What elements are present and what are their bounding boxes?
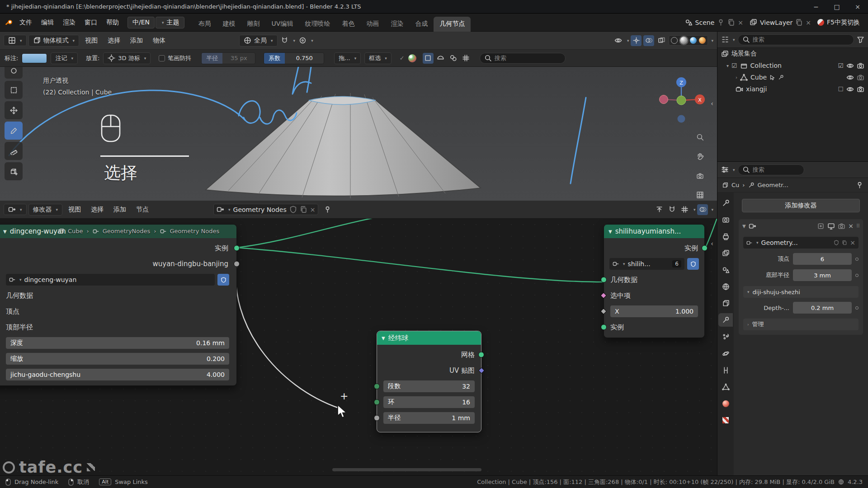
tool-search-box[interactable] [480,53,566,64]
render-checkbox[interactable]: ☑ [838,62,844,69]
unlink-button[interactable]: × [850,239,855,246]
outliner-editor-icon[interactable] [721,36,729,43]
language-button[interactable]: 中/EN [127,17,155,28]
material-preview-ball-icon[interactable] [408,54,416,62]
close-icon[interactable]: × [806,19,811,26]
move-tool-button[interactable] [5,101,23,119]
collapse-icon[interactable]: ▼ [3,229,7,234]
outliner-row-collection[interactable]: ▾ ☑ Collection ☑ [717,60,868,71]
proportional-dropdown[interactable]: ▾ [311,38,313,43]
gizmo-y-axis[interactable] [677,96,686,105]
snap-square-icon[interactable] [423,53,434,64]
pan-hand-button[interactable] [693,150,707,163]
socket-rings-in[interactable] [374,399,380,405]
grid-overlay-icon[interactable] [461,53,472,64]
filter-funnel-icon[interactable] [857,36,864,43]
socket-instance-out[interactable] [234,245,240,251]
collapse-icon[interactable]: ▼ [742,224,746,229]
camera-restrict-icon[interactable] [857,85,864,93]
pin-icon[interactable] [856,181,863,189]
menu-select[interactable]: 选择 [87,204,108,216]
add-cube-tool-button[interactable] [5,162,23,180]
eye-icon[interactable] [846,74,854,81]
tab-tool-icon[interactable] [718,196,733,210]
snap-magnet-button[interactable] [279,35,290,46]
node-header[interactable]: ▼ shilihuayumiansh... [604,225,704,238]
menu-view[interactable]: 视图 [81,35,102,47]
socket-radius-out[interactable] [234,261,240,267]
language-toggle-button[interactable]: F5中英切换 [815,17,863,28]
half-sphere-icon[interactable] [435,53,446,64]
sidebar-collapse-arrow[interactable]: ‹ [708,97,716,110]
tab-animation[interactable]: 动画 [360,17,385,32]
manage-subpanel-header[interactable]: › 管理 [743,319,859,330]
animate-dot-icon[interactable] [855,306,859,310]
menu-select[interactable]: 选择 [104,35,124,47]
menu-object[interactable]: 物体 [149,35,170,47]
select-mode-dropdown[interactable]: 框选 ▾ [364,52,392,64]
menu-render[interactable]: 渲染 [59,17,80,28]
animate-dot-icon[interactable] [855,258,859,261]
menu-view[interactable]: 视图 [64,204,85,216]
proportional-edit-button[interactable] [297,35,308,46]
radius-slider[interactable]: 半径 35 px [201,52,255,64]
socket-instance-out[interactable] [702,245,708,251]
maximize-button[interactable]: □ [826,0,847,13]
depth-value-field[interactable]: 0.2 mm [793,302,852,314]
render-toggle-icon[interactable] [838,222,845,230]
node-tree-selector[interactable]: ▾ Geometry Nodes × [213,204,318,215]
socket-geometry-in[interactable] [601,277,607,283]
bottom-radius-value-field[interactable]: 3 mm [793,269,852,281]
node-group-selector[interactable]: ▾ Geometry... × [743,237,859,249]
render-checkbox[interactable]: ☐ [838,85,844,93]
socket-mesh-out[interactable] [478,352,484,358]
overlay-options-dropdown[interactable]: ▾ [711,207,713,212]
collapse-icon[interactable]: ▼ [382,336,385,341]
properties-search-box[interactable] [738,164,804,175]
node-editor-canvas[interactable]: Cube › GeometryNodes › Geometry Nodes ▼ … [0,219,717,475]
node-tree-type-dropdown[interactable]: 修改器 ▾ [28,204,63,216]
outliner-row-cube[interactable]: › Cube [717,71,868,83]
tab-material-icon[interactable] [718,397,733,410]
realtime-toggle-icon[interactable] [827,222,835,230]
menu-edit[interactable]: 编辑 [37,17,58,28]
viewport-3d[interactable]: 用户透视 (22) Collection | Cube 选择 Z X [0,67,717,201]
tab-rendering[interactable]: 渲染 [385,17,409,32]
zoom-button[interactable] [693,130,707,144]
disclosure-icon[interactable]: › [736,75,737,80]
tab-render-icon[interactable] [718,213,733,226]
tab-layout[interactable]: 布局 [193,17,217,32]
blender-logo-icon[interactable] [4,17,14,28]
tab-world-icon[interactable] [718,280,733,293]
tab-modeling[interactable]: 建模 [217,17,241,32]
snap-magnet-button[interactable] [667,204,678,215]
tab-texture-icon[interactable] [718,413,733,427]
tab-shading[interactable]: 着色 [336,17,360,32]
snap-grid-button[interactable] [679,204,690,215]
grid-view-button[interactable] [693,188,707,201]
editor-type-dropdown[interactable]: ▾ [733,168,735,172]
annotation-color-swatch[interactable] [22,53,47,63]
x-value-slider[interactable]: X 1.000 [610,305,698,317]
animate-dot-icon[interactable] [855,274,859,277]
add-modifier-button[interactable]: 添加修改器 [742,199,860,212]
editor-type-dropdown[interactable]: ▾ [733,38,735,42]
socket-segments-in[interactable] [374,384,380,389]
close-button[interactable]: × [847,0,868,13]
select-box-tool-button[interactable] [5,81,23,99]
outliner-row-scene-collection[interactable]: 场景集合 [717,48,868,60]
fake-user-shield-button[interactable] [687,258,699,270]
shading-material-icon[interactable] [690,37,697,44]
shading-rendered-icon[interactable] [699,37,706,44]
stabilize-stroke-checkbox[interactable]: 笔画防抖 [159,54,191,62]
overlay-toggle-button[interactable] [697,204,708,215]
menu-file[interactable]: 文件 [15,17,36,28]
tab-data-icon[interactable] [718,380,733,394]
node-shilihuayumianshi[interactable]: ▼ shilihuayumiansh... 实例 ▾ shilih... 6 [604,224,705,338]
collection-checkbox[interactable]: ☑ [731,62,737,69]
placement-dropdown[interactable]: 3D 游标 ▾ [103,52,151,64]
menu-add[interactable]: 添加 [126,35,147,47]
tab-physics-icon[interactable] [718,347,733,360]
socket-radius-in[interactable] [374,415,380,421]
disclosure-icon[interactable]: ▾ [726,63,729,68]
